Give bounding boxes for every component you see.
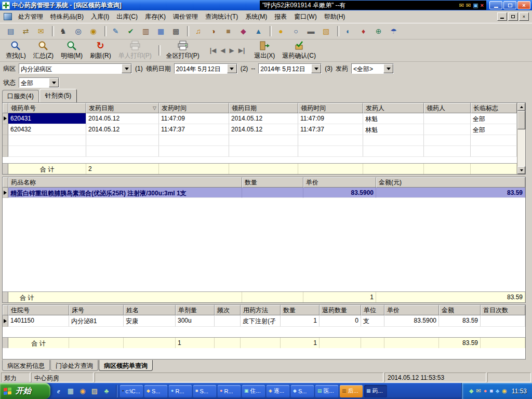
find-button[interactable]: 查找(L) [3,40,29,61]
network-icon[interactable]: ◐ [342,25,355,37]
umbrella-icon[interactable]: ☂ [387,25,400,37]
summary-button[interactable]: 汇总(Z) [30,40,57,61]
desktop-icon[interactable]: ▦ [66,387,75,396]
coins-icon[interactable]: ● [274,25,287,37]
task-button[interactable]: ▣住... [242,385,265,397]
ward-combobox[interactable]: 内分泌病区 [19,63,132,74]
task-button[interactable]: ●R... [169,385,192,397]
table-row[interactable]: 1401150 内分泌81 安康 300u 皮下注射(孑 1 0 支 83.59… [3,315,525,327]
dropdown-arrow-icon[interactable] [383,64,393,73]
col-dispense-time[interactable]: 发药时间 [159,103,229,113]
status-combobox[interactable]: 全部 [19,77,59,88]
attach-icon[interactable]: ⊕ [372,25,385,37]
minimize-button[interactable] [489,1,502,9]
mdi-close-button[interactable]: × [519,12,529,21]
refresh-button[interactable]: ↻ 刷新(R) [87,40,114,61]
close-button[interactable]: × [517,1,530,9]
col-single-dose[interactable]: 单剂量 [176,305,215,315]
task-button[interactable]: ▤医... [315,385,338,397]
dropdown-arrow-icon[interactable] [227,64,237,73]
vertical-scrollbar[interactable] [517,103,525,174]
tray-av-icon[interactable]: ● [484,388,487,394]
clock-icon[interactable]: ◑ [207,25,220,37]
table-row[interactable]: 620432 2014.05.12 11:47:37 2014.05.12 11… [3,124,517,135]
col-route[interactable]: 用药方法 [241,305,281,315]
col-unit-price[interactable]: 单价 [384,305,439,315]
col-requisition-no[interactable]: 领药单号 [8,103,86,113]
menu-special-drugs[interactable]: 特殊药品(B) [47,10,87,23]
col-unit-price[interactable]: 单价 [303,177,376,188]
mail-alert-icon[interactable]: ✉ [459,3,464,8]
col-dispense-date[interactable]: 发药日期▽ [86,103,159,113]
menu-window[interactable]: 窗口(W) [290,10,320,23]
menu-reports[interactable]: 报表 [271,10,290,23]
mdi-restore-button[interactable] [508,12,518,21]
chart-icon[interactable]: ▲ [252,25,265,37]
first-record-button[interactable]: |◀ [210,47,217,54]
task-button-active-pharmacy[interactable]: ▦药... [364,385,387,397]
col-quantity[interactable]: 数量 [242,177,303,188]
table-row[interactable]: 620431 2014.05.12 11:47:09 2014.05.12 11… [3,113,517,124]
scroll-down-button[interactable] [517,166,525,174]
restore-button[interactable] [503,1,516,9]
scrollbar-thumb[interactable] [517,111,525,129]
detail-button[interactable]: 明细(M) [58,40,86,61]
mdi-minimize-button[interactable] [497,12,507,21]
tab-oral[interactable]: 口服类(4) [2,90,39,102]
bell-icon[interactable]: ♫ [192,25,205,37]
dropdown-arrow-icon[interactable] [311,64,321,73]
info-alert-icon[interactable]: ▣ [473,3,478,8]
gift-icon[interactable]: ◆ [237,25,250,37]
col-pickup-date[interactable]: 领药日期 [229,103,298,113]
mail-alert-icon[interactable]: ✉ [466,3,471,8]
edit-doc-icon[interactable]: ✎ [109,25,122,37]
dropdown-arrow-icon[interactable] [122,64,131,73]
tab-ward-requisition-query[interactable]: 病区领药单查询 [99,360,153,371]
col-longterm-flag[interactable]: 长临标志 [471,103,517,113]
col-quantity[interactable]: 数量 [281,305,320,315]
menu-inbound[interactable]: 入库(I) [87,10,113,23]
error-alert-icon[interactable]: × [481,3,484,8]
ledger-icon[interactable]: ▥ [139,25,152,37]
folder-icon[interactable]: ▨ [90,387,99,396]
print-preview-icon[interactable]: ▤ [4,25,17,37]
col-amount[interactable]: 金额 [439,305,481,315]
scales-icon[interactable]: ⇄ [19,25,32,37]
col-amount[interactable]: 金额(元) [376,177,525,188]
ie-icon[interactable]: e [54,387,63,396]
binoculars-icon[interactable]: ◎ [72,25,85,37]
menu-outbound[interactable]: 出库(C) [113,10,141,23]
print-single-button[interactable]: 单人打印(P) [115,40,155,61]
approve-icon[interactable]: ✔ [124,25,137,37]
tab-injection[interactable]: 针剂类(5) [39,89,77,102]
tab-ward-dispense-info[interactable]: 病区发药信息 [2,360,50,371]
start-button[interactable]: 开始 [0,383,50,399]
date-to-combobox[interactable]: 2014年 5月12日 [258,63,322,74]
menu-prescription[interactable]: 处方管理 [15,10,47,23]
money-bag-icon[interactable]: ◉ [87,25,100,37]
menu-system[interactable]: 系统(M) [242,10,271,23]
messenger-icon[interactable]: ♣ [102,387,111,396]
media-player-icon[interactable]: ◉ [78,387,87,396]
exit-button[interactable]: 退出(X) [251,40,278,61]
return-confirm-button[interactable]: 退药确认(C) [279,40,319,61]
cards-icon[interactable]: ♦ [357,25,370,37]
task-button[interactable]: ■S... [193,385,216,397]
col-receiver[interactable]: 领药人 [424,103,471,113]
task-button-cmd[interactable]: ▪c:\C... [120,385,143,397]
copy-doc-icon[interactable]: ▦ [154,25,167,37]
print-all-button[interactable]: 全区打印(P) [163,40,203,61]
col-bed-no[interactable]: 床号 [69,305,124,315]
date-from-combobox[interactable]: 2014年 5月12日 [174,63,237,74]
transport-icon[interactable]: ♞ [57,25,70,37]
tray-net-icon[interactable]: ♣ [496,388,499,394]
col-first-day-times[interactable]: 首日次数 [481,305,525,315]
printer-icon[interactable]: ▬ [304,25,317,37]
last-record-button[interactable]: ▶| [238,47,245,54]
dropdown-arrow-icon[interactable] [49,78,59,87]
col-patient-name[interactable]: 姓名 [124,305,176,315]
tray-shield-icon[interactable]: ◆ [469,388,473,394]
scroll-up-button[interactable] [517,103,525,111]
col-return-quantity[interactable]: 退药数量 [320,305,361,315]
col-admission-no[interactable]: 住院号 [8,305,69,315]
